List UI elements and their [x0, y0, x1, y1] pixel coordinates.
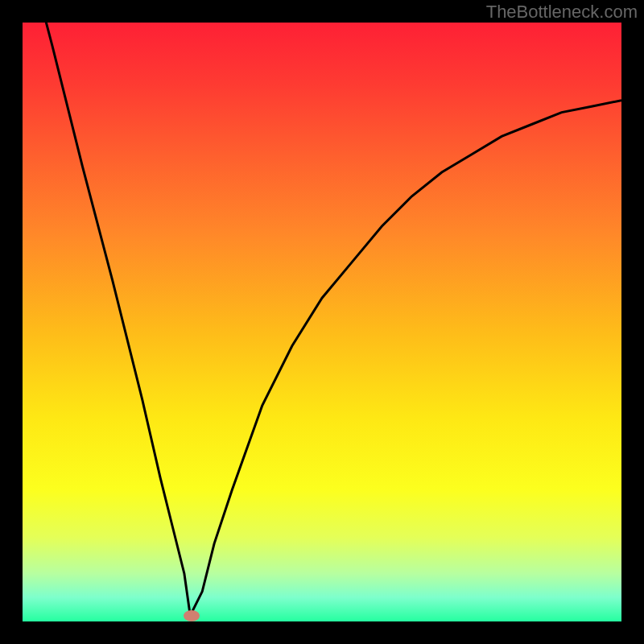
- optimal-point-marker: [184, 610, 200, 621]
- chart-frame: TheBottleneck.com: [0, 0, 644, 644]
- watermark-text: TheBottleneck.com: [486, 2, 638, 23]
- bottleneck-curve-svg: [23, 23, 621, 621]
- plot-area: [23, 23, 621, 621]
- bottleneck-curve: [23, 23, 621, 616]
